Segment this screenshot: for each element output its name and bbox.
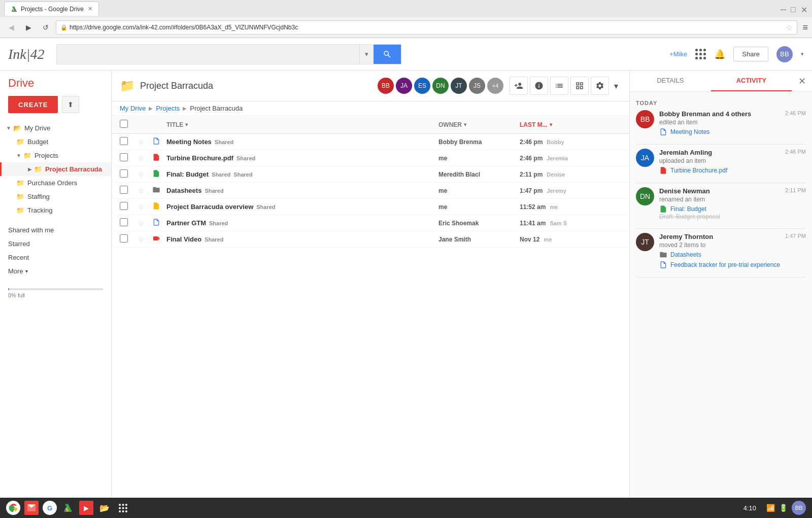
- grid-view-button[interactable]: [570, 77, 589, 95]
- row-checkbox-3[interactable]: [120, 186, 128, 194]
- create-button[interactable]: CREATE: [8, 96, 58, 113]
- browser-menu-icon[interactable]: ≡: [802, 22, 808, 33]
- tab-activity[interactable]: ACTIVITY: [711, 71, 792, 91]
- apps-grid-button[interactable]: [695, 49, 706, 59]
- star-icon-4[interactable]: ☆: [138, 203, 145, 211]
- sidebar-item-more[interactable]: More ▾: [0, 264, 111, 278]
- search-dropdown-button[interactable]: ▾: [359, 45, 374, 64]
- owner-sort-icon[interactable]: ▾: [464, 122, 466, 127]
- activity-avatar-1: JA: [636, 149, 654, 167]
- activity-file-2[interactable]: Final: Budget: [659, 205, 806, 213]
- breadcrumb-my-drive[interactable]: My Drive: [120, 105, 146, 112]
- url-bar[interactable]: 🔒 https://drive.google.com/a/ink-42.com/…: [56, 20, 797, 34]
- table-header: TITLE ▾ OWNER ▾ LAST M... ▾: [112, 116, 629, 134]
- battery-icon: 🔋: [779, 504, 788, 512]
- wifi-icon: 📶: [766, 504, 775, 512]
- activity-item-3: JT Jeremy Thornton 1:47 PM moved 2 items…: [636, 233, 806, 278]
- notifications-bell-icon[interactable]: 🔔: [714, 49, 725, 60]
- taskbar-drive-icon[interactable]: [61, 501, 75, 515]
- avatar-6: JS: [469, 78, 485, 94]
- star-icon-1[interactable]: ☆: [138, 154, 145, 162]
- plus-mike-button[interactable]: +Mike: [669, 50, 687, 58]
- table-row[interactable]: ☆ Meeting Notes Shared Bobby Brenma 2:46…: [112, 134, 629, 150]
- title-sort-icon[interactable]: ▾: [185, 122, 188, 127]
- taskbar-user-avatar[interactable]: BB: [792, 501, 806, 515]
- close-icon[interactable]: ✕: [801, 5, 808, 12]
- taskbar-google-icon[interactable]: G: [43, 501, 57, 515]
- modified-sort-icon[interactable]: ▾: [550, 122, 552, 127]
- info-button[interactable]: [530, 77, 548, 95]
- table-row[interactable]: ☆ Turbine Brochure.pdf Shared me 2:46 pm…: [112, 150, 629, 166]
- breadcrumb-arrow-2: ▶: [183, 106, 187, 111]
- sidebar-item-budget[interactable]: 📁 Budget: [0, 135, 111, 149]
- bookmark-icon[interactable]: ☆: [786, 23, 793, 32]
- row-checkbox-0[interactable]: [120, 137, 128, 145]
- file-name-6: Final Video Shared: [166, 235, 223, 243]
- inactive-tab[interactable]: [101, 2, 113, 16]
- sidebar-item-staffing[interactable]: 📁 Staffing: [0, 190, 111, 203]
- tab-details[interactable]: DETAILS: [630, 71, 711, 91]
- file-type-icon-4: [152, 202, 166, 212]
- upload-button[interactable]: ⬆: [62, 96, 79, 113]
- sidebar-item-recent[interactable]: Recent: [0, 251, 111, 264]
- sidebar-item-my-drive[interactable]: ▼ 📂 My Drive: [0, 121, 111, 135]
- activity-file-0[interactable]: Meeting Notes: [659, 128, 806, 136]
- table-row[interactable]: ☆ Final: Budget Shared Shared Meredith B…: [112, 166, 629, 183]
- minimize-icon[interactable]: ─: [781, 5, 788, 12]
- purchase-orders-folder-icon: 📁: [16, 179, 24, 187]
- star-icon-3[interactable]: ☆: [138, 187, 145, 195]
- table-row[interactable]: ☆ Partner GTM Shared Eric Shoemak 11:41 …: [112, 215, 629, 231]
- panel-close-button[interactable]: ✕: [792, 71, 812, 91]
- row-checkbox-1[interactable]: [120, 153, 128, 161]
- table-row[interactable]: ☆ Final Video Shared Jane Smith Nov 12 m…: [112, 231, 629, 248]
- activity-file-3[interactable]: Datasheets: [659, 251, 806, 259]
- list-view-button[interactable]: [550, 77, 568, 95]
- select-all-checkbox[interactable]: [120, 120, 128, 128]
- forward-button[interactable]: ▶: [21, 20, 36, 34]
- maximize-icon[interactable]: □: [791, 5, 798, 12]
- tab-close-icon[interactable]: ✕: [88, 6, 92, 12]
- add-person-button[interactable]: [510, 77, 528, 95]
- activity-time-3: 1:47 PM: [785, 233, 806, 239]
- account-dropdown-icon[interactable]: ▾: [801, 51, 804, 57]
- taskbar-files-icon[interactable]: 📂: [97, 501, 112, 515]
- taskbar-apps-icon[interactable]: [116, 501, 130, 515]
- row-checkbox-6[interactable]: [120, 234, 128, 243]
- taskbar-youtube-icon[interactable]: ▶: [79, 501, 93, 515]
- lock-icon: 🔒: [60, 24, 67, 31]
- sidebar-item-shared-with-me[interactable]: Shared with me: [0, 223, 111, 237]
- star-icon-5[interactable]: ☆: [138, 219, 145, 227]
- search-input[interactable]: [57, 45, 359, 64]
- table-row[interactable]: ☆ Datasheets Shared me 1:47 pm Jeremy: [112, 183, 629, 199]
- row-checkbox-4[interactable]: [120, 202, 128, 210]
- activity-file-1[interactable]: Turbine Brochure.pdf: [659, 166, 806, 175]
- create-area: CREATE ⬆: [0, 96, 111, 121]
- search-button[interactable]: [374, 45, 401, 64]
- breadcrumb-projects[interactable]: Projects: [156, 105, 180, 112]
- star-icon-0[interactable]: ☆: [138, 138, 145, 146]
- settings-button[interactable]: [591, 77, 609, 95]
- sidebar-item-project-barracuda[interactable]: ▶ 📁 Project Barracuda: [0, 162, 111, 176]
- taskbar-gmail-icon[interactable]: [24, 501, 39, 515]
- more-dropdown-button[interactable]: ▾: [611, 77, 621, 95]
- sidebar-item-projects[interactable]: ▼ 📁 Projects: [0, 149, 111, 162]
- taskbar-chrome-icon[interactable]: [6, 501, 20, 515]
- user-avatar[interactable]: BB: [776, 46, 793, 62]
- activity-action-1: uploaded an item: [659, 157, 806, 164]
- star-icon-2[interactable]: ☆: [138, 170, 145, 179]
- refresh-button[interactable]: ↺: [39, 20, 53, 34]
- row-checkbox-2[interactable]: [120, 169, 128, 178]
- active-tab[interactable]: Projects - Google Drive ✕: [4, 2, 99, 16]
- table-row[interactable]: ☆ Project Barracuda overview Shared me 1…: [112, 199, 629, 215]
- sidebar-item-tracking[interactable]: 📁 Tracking: [0, 203, 111, 217]
- file-type-icon-3: [152, 186, 166, 195]
- share-button[interactable]: Share: [733, 47, 768, 61]
- right-panel-tabs: DETAILS ACTIVITY ✕: [630, 71, 812, 92]
- sidebar-item-purchase-orders[interactable]: 📁 Purchase Orders: [0, 176, 111, 190]
- file-type-icon-6: [152, 234, 166, 244]
- sidebar-item-starred[interactable]: Starred: [0, 237, 111, 251]
- row-checkbox-5[interactable]: [120, 218, 128, 226]
- file-table: TITLE ▾ OWNER ▾ LAST M... ▾ ☆ Meeting No…: [112, 116, 629, 498]
- star-icon-6[interactable]: ☆: [138, 235, 145, 244]
- back-button[interactable]: ◀: [4, 20, 18, 34]
